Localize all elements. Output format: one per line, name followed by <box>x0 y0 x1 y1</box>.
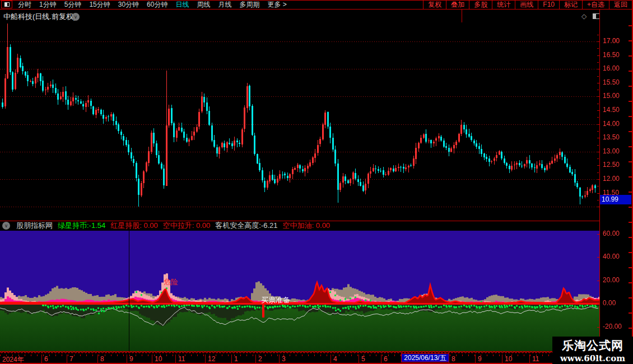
indicator-axis-label: -20.00 <box>603 323 631 330</box>
selected-date-box: 2025/06/13/五 <box>401 353 449 362</box>
price-tick <box>597 90 599 90</box>
indicator-axis-tick <box>597 281 600 281</box>
watermark: 乐淘公式网 www.60lt.com <box>552 337 633 364</box>
month-separator <box>529 354 530 363</box>
month-label: 10 <box>505 355 512 363</box>
price-tick <box>597 186 599 186</box>
tool-item-4[interactable]: 画线 <box>515 0 538 9</box>
price-label: 16.00 <box>603 64 631 72</box>
chevron-down-icon[interactable]: ∨ <box>72 13 80 21</box>
price-tick <box>597 131 599 132</box>
indicator-source: 股朋指标网 <box>16 221 53 231</box>
period-menu: 分时1分钟5分钟15分钟30分钟60分钟日线周线月线多周期更多 > <box>18 1 287 9</box>
month-separator <box>127 354 127 363</box>
price-label: 15.00 <box>603 92 631 100</box>
month-label: 1 <box>234 355 238 363</box>
month-label: 12 <box>208 355 215 363</box>
period-item-9[interactable]: 多周期 <box>239 1 259 9</box>
period-item-0[interactable]: 分时 <box>18 1 31 9</box>
period-item-1[interactable]: 1分钟 <box>39 1 57 9</box>
month-separator <box>41 354 42 363</box>
tool-item-1[interactable]: 叠加 <box>446 0 469 9</box>
tool-item-0[interactable]: 复权 <box>423 0 446 9</box>
month-label: 8 <box>452 355 455 363</box>
indicator-field-3: 客机安全高度:-6.21 <box>215 221 277 231</box>
period-item-6[interactable]: 日线 <box>175 1 189 9</box>
price-tick <box>597 55 600 56</box>
price-label: 14.50 <box>603 106 631 114</box>
price-label: 13.00 <box>603 147 631 155</box>
indicator-axis-label: 0.00 <box>603 299 631 307</box>
price-tick <box>597 41 600 42</box>
chevron-down-icon[interactable]: ∨ <box>2 222 10 230</box>
month-separator <box>502 354 502 363</box>
price-label: 17.00 <box>603 37 631 45</box>
period-item-3[interactable]: 15分钟 <box>89 1 110 9</box>
price-tick <box>597 76 599 77</box>
month-separator <box>255 354 256 363</box>
indicator-axis-label: 40.00 <box>603 253 631 260</box>
price-tick <box>597 62 599 63</box>
last-price-tag: 10.99 <box>600 195 631 204</box>
price-tick <box>597 96 600 97</box>
diamond-icon[interactable]: ◇ <box>581 12 587 20</box>
indicator-field-1: 红星持股: 0.00 <box>110 221 158 231</box>
indicator-field-4: 空中加油: 0.00 <box>283 221 331 231</box>
month-label: 6 <box>384 355 388 363</box>
tool-item-2[interactable]: 多股 <box>469 0 492 9</box>
price-label: 16.50 <box>603 51 631 59</box>
period-item-5[interactable]: 60分钟 <box>147 1 167 9</box>
trading-app-window: 分时1分钟5分钟15分钟30分钟60分钟日线周线月线多周期更多 > 复权叠加多股… <box>0 0 633 364</box>
month-separator <box>97 354 98 363</box>
candlestick-chart[interactable] <box>0 22 599 221</box>
month-separator <box>279 354 280 363</box>
price-tick <box>597 165 600 166</box>
tool-item-3[interactable]: 统计 <box>492 0 515 9</box>
split-window-icon <box>4 2 10 7</box>
price-tick <box>597 104 599 104</box>
price-tick <box>597 48 599 49</box>
month-separator <box>381 354 381 363</box>
period-item-10[interactable]: 更多 > <box>267 1 286 9</box>
indicator-header: ∨ 股朋指标网 绿星持币:-1.54红星持股: 0.00空中拉升: 0.00客机… <box>2 221 330 230</box>
tool-item-6[interactable]: 标记 <box>559 0 582 9</box>
period-item-8[interactable]: 月线 <box>218 1 231 9</box>
tool-menu: 复权叠加多股统计画线F10标记+自选返回 <box>423 0 632 9</box>
layout-icon[interactable] <box>1 1 12 8</box>
period-item-7[interactable]: 周线 <box>197 1 210 9</box>
month-label: 11 <box>532 355 539 363</box>
watermark-url: www.60lt.com <box>552 353 633 363</box>
price-tick <box>597 110 600 111</box>
axis-divider <box>599 10 600 363</box>
month-label: 11 <box>178 355 185 363</box>
month-label: 9 <box>478 355 482 363</box>
period-item-2[interactable]: 5分钟 <box>64 1 82 9</box>
indicator-axis-tick <box>597 257 600 258</box>
price-tick <box>597 145 599 146</box>
month-label: 3 <box>282 355 286 363</box>
chart-title: 中船科技(日线.前复权) <box>3 12 76 22</box>
indicator-panel[interactable] <box>0 231 599 351</box>
month-separator <box>67 354 67 363</box>
tool-item-8[interactable]: 返回 <box>609 0 632 9</box>
month-label: 4 <box>333 355 337 363</box>
price-tick <box>597 193 600 194</box>
price-label: 14.00 <box>603 120 631 128</box>
month-separator <box>152 354 152 363</box>
indicator-axis-tick <box>597 234 600 235</box>
price-tick <box>597 158 599 159</box>
tool-item-7[interactable]: +自选 <box>582 0 609 9</box>
price-tick <box>597 83 600 83</box>
price-tick <box>597 179 600 180</box>
title-row: 中船科技(日线.前复权) ∨ ◇ <box>0 10 633 22</box>
price-label: 13.50 <box>603 133 631 141</box>
indicator-field-2: 空中拉升: 0.00 <box>163 221 211 231</box>
indicator-axis-tick <box>597 304 600 304</box>
price-tick <box>597 117 599 118</box>
period-item-4[interactable]: 30分钟 <box>118 1 139 9</box>
price-label: 12.50 <box>603 161 631 169</box>
date-axis[interactable]: 2025/06/13/五 2024年6789101112123456891011 <box>0 354 599 363</box>
price-tick <box>597 172 599 173</box>
tool-item-5[interactable]: F10 <box>538 0 559 9</box>
month-separator <box>359 354 359 363</box>
